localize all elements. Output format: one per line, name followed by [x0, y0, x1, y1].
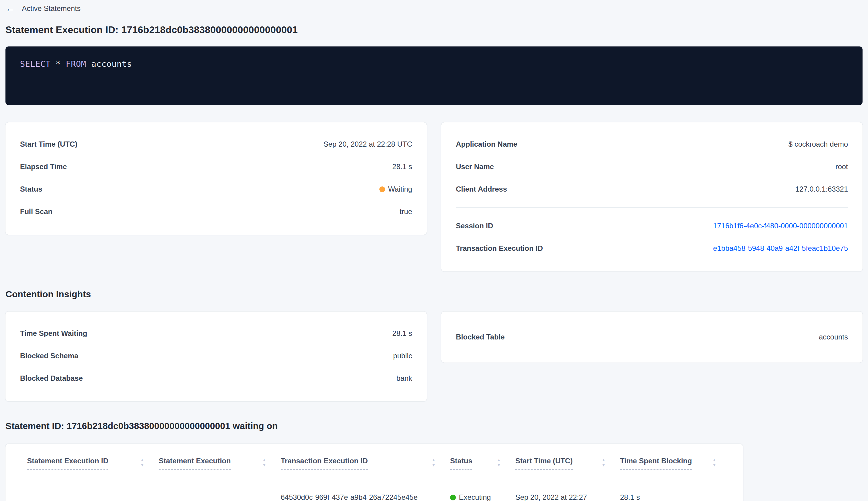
column-header-start-time[interactable]: Start Time (UTC) ▲ ▼ [516, 457, 620, 470]
column-header-label: Status [450, 457, 472, 470]
column-header-statement-execution-id[interactable]: Statement Execution ID ▲ ▼ [27, 457, 159, 470]
session-details-card: Application Name $ cockroach demo User N… [441, 122, 862, 271]
kv-value: root [836, 162, 848, 171]
session-id-link[interactable]: 1716b1f6-4e0c-f480-0000-000000000001 [713, 222, 848, 230]
sort-desc-icon: ▼ [601, 463, 606, 467]
column-header-label: Time Spent Blocking [620, 457, 692, 470]
sort-asc-icon: ▲ [712, 458, 716, 461]
kv-value: accounts [819, 333, 848, 341]
back-arrow-icon: ← [6, 5, 14, 12]
kv-label: Start Time (UTC) [20, 140, 77, 149]
cell-status: Executing [450, 493, 516, 501]
sql-keyword-select: SELECT [20, 59, 51, 68]
status-badge: Waiting [388, 185, 412, 193]
sort-desc-icon: ▼ [262, 463, 266, 467]
kv-label: Transaction Execution ID [456, 244, 543, 253]
kv-value: Sep 20, 2022 at 22:28 UTC [324, 140, 412, 149]
kv-label: Blocked Schema [20, 352, 78, 360]
sort-desc-icon: ▼ [140, 463, 144, 467]
kv-status: Status Waiting [20, 185, 412, 193]
kv-value: 127.0.0.1:63321 [795, 185, 848, 193]
kv-label: Time Spent Waiting [20, 329, 87, 338]
sort-icon: ▲ ▼ [262, 458, 266, 467]
kv-label: Status [20, 185, 42, 193]
transaction-execution-id-link[interactable]: e1bba458-5948-40a9-a42f-5feac1b10e75 [713, 244, 848, 253]
column-header-label: Statement Execution ID [27, 457, 108, 470]
executing-status-dot-icon [450, 494, 456, 500]
kv-label: Full Scan [20, 207, 53, 216]
column-header-label: Statement Execution [159, 457, 231, 470]
sql-star: * [56, 59, 61, 68]
sql-statement-box: SELECT * FROM accounts [6, 46, 862, 105]
kv-value: bank [397, 374, 412, 383]
sort-desc-icon: ▼ [432, 463, 435, 467]
waiting-status-dot-icon [379, 186, 385, 192]
cell-start-time: Sep 20, 2022 at 22:27 [516, 493, 620, 501]
kv-label: Application Name [456, 140, 518, 149]
column-header-time-spent-blocking[interactable]: Time Spent Blocking ▲ ▼ [620, 457, 731, 470]
waiting-on-heading: Statement ID: 1716b218dc0b38380000000000… [6, 421, 862, 431]
waiting-on-table: Statement Execution ID ▲ ▼ Statement Exe… [6, 444, 743, 501]
kv-full-scan: Full Scan true [20, 207, 412, 216]
kv-value: true [400, 207, 412, 216]
sort-icon: ▲ ▼ [601, 458, 606, 467]
sql-table-name: accounts [91, 59, 132, 68]
page-title: Statement Execution ID: 1716b218dc0b3838… [6, 24, 862, 35]
card-divider [456, 207, 848, 208]
column-header-label: Transaction Execution ID [281, 457, 368, 470]
kv-elapsed-time: Elapsed Time 28.1 s [20, 162, 412, 171]
sort-asc-icon: ▲ [497, 458, 501, 461]
contention-insights-heading: Contention Insights [6, 289, 862, 299]
kv-client-address: Client Address 127.0.0.1:63321 [456, 185, 848, 193]
kv-label: Elapsed Time [20, 162, 67, 171]
kv-label: Session ID [456, 222, 493, 230]
table-row: 64530d0c-969f-437e-a9b4-26a72245e45e Exe… [6, 475, 743, 501]
kv-user-name: User Name root [456, 162, 848, 171]
kv-label: Blocked Database [20, 374, 83, 383]
kv-value: 28.1 s [392, 329, 412, 338]
column-header-transaction-execution-id[interactable]: Transaction Execution ID ▲ ▼ [281, 457, 450, 470]
kv-blocked-database: Blocked Database bank [20, 374, 412, 383]
sort-icon: ▲ ▼ [432, 458, 435, 467]
sort-asc-icon: ▲ [262, 458, 266, 461]
kv-transaction-execution-id: Transaction Execution ID e1bba458-5948-4… [456, 244, 848, 253]
kv-session-id: Session ID 1716b1f6-4e0c-f480-0000-00000… [456, 222, 848, 230]
kv-blocked-schema: Blocked Schema public [20, 352, 412, 360]
kv-label: Client Address [456, 185, 507, 193]
kv-value: $ cockroach demo [789, 140, 848, 149]
kv-time-spent-waiting: Time Spent Waiting 28.1 s [20, 329, 412, 338]
cell-time-spent-blocking: 28.1 s [620, 493, 731, 501]
sort-icon: ▲ ▼ [712, 458, 716, 467]
column-header-statement-execution[interactable]: Statement Execution ▲ ▼ [159, 457, 281, 470]
sort-asc-icon: ▲ [140, 458, 144, 461]
sort-icon: ▲ ▼ [497, 458, 501, 467]
back-link-label: Active Statements [22, 4, 80, 13]
kv-value: public [393, 352, 412, 360]
kv-label: User Name [456, 162, 494, 171]
kv-value: 28.1 s [392, 162, 412, 171]
sql-keyword-from: FROM [66, 59, 86, 68]
column-header-label: Start Time (UTC) [516, 457, 573, 470]
sort-asc-icon: ▲ [432, 458, 435, 461]
kv-start-time: Start Time (UTC) Sep 20, 2022 at 22:28 U… [20, 140, 412, 149]
sort-desc-icon: ▼ [497, 463, 501, 467]
kv-application-name: Application Name $ cockroach demo [456, 140, 848, 149]
status-badge: Executing [459, 493, 491, 501]
cell-transaction-execution-id: 64530d0c-969f-437e-a9b4-26a72245e45e [281, 493, 450, 501]
contention-details-card: Time Spent Waiting 28.1 s Blocked Schema… [6, 311, 427, 402]
sort-desc-icon: ▼ [712, 463, 716, 467]
statement-execution-page: ← Active Statements Statement Execution … [0, 0, 868, 501]
sort-icon: ▲ ▼ [140, 458, 144, 467]
execution-details-card: Start Time (UTC) Sep 20, 2022 at 22:28 U… [6, 122, 427, 235]
kv-blocked-table: Blocked Table accounts [456, 333, 848, 341]
sort-asc-icon: ▲ [601, 458, 606, 461]
table-header-row: Statement Execution ID ▲ ▼ Statement Exe… [6, 444, 743, 470]
column-header-status[interactable]: Status ▲ ▼ [450, 457, 516, 470]
back-link-active-statements[interactable]: ← Active Statements [6, 0, 80, 13]
kv-label: Blocked Table [456, 333, 505, 341]
blocked-table-card: Blocked Table accounts [441, 311, 862, 363]
